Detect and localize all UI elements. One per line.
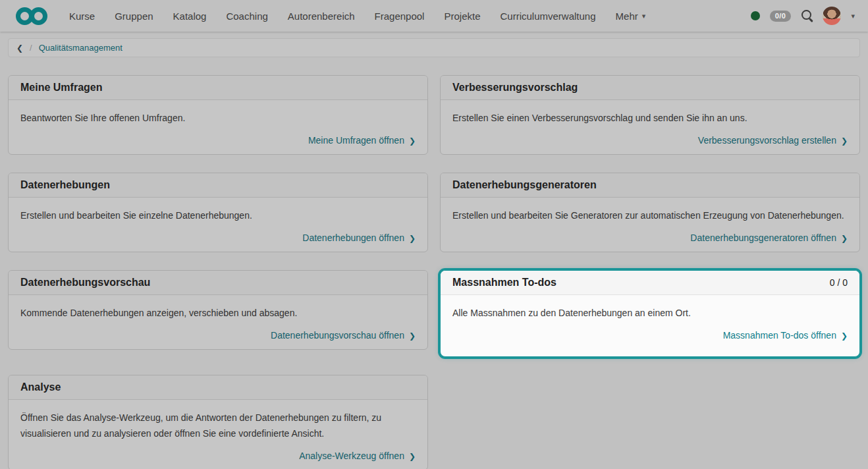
chevron-right-icon: ❯: [409, 234, 416, 242]
chevron-right-icon: ❯: [841, 332, 848, 340]
card-title: Massnahmen To-dos: [452, 277, 556, 289]
chevron-right-icon: ❯: [409, 453, 416, 460]
card-description: Erstellen und bearbeiten Sie einzelne Da…: [20, 207, 416, 223]
card-link-label: Massnahmen To-dos öffnen: [723, 330, 836, 341]
card-header: Datenerhebungen: [9, 173, 427, 198]
back-chevron-icon[interactable]: ❮: [16, 44, 23, 52]
card-title: Datenerhebungen: [20, 179, 110, 191]
card-meine-umfragen: Meine Umfragen Beantworten Sie Ihre offe…: [8, 75, 428, 155]
card-open-link-datenerhebungen[interactable]: Datenerhebungen öffnen ❯: [20, 233, 416, 243]
card-description: Öffnen Sie das Analyse-Werkzeug, um die …: [20, 410, 416, 441]
card-datenerhebungsvorschau: Datenerhebungsvorschau Kommende Datenerh…: [8, 270, 428, 350]
chevron-right-icon: ❯: [841, 137, 848, 145]
card-title: Datenerhebungsgeneratoren: [452, 179, 597, 191]
card-header: Analyse: [9, 375, 427, 400]
nav-item-autorenbereich[interactable]: Autorenbereich: [278, 11, 365, 22]
breadcrumb-separator: /: [30, 43, 32, 53]
card-datenerhebungsgeneratoren: Datenerhebungsgeneratoren Erstellen und …: [440, 173, 860, 252]
cards-grid: Meine Umfragen Beantworten Sie Ihre offe…: [0, 75, 868, 469]
card-title: Analyse: [20, 381, 61, 393]
card-description: Alle Massnahmen zu den Datenerhebungen a…: [452, 305, 848, 321]
card-body: Erstellen und bearbeiten Sie Generatoren…: [441, 198, 859, 252]
search-icon[interactable]: [801, 10, 813, 22]
user-avatar[interactable]: [823, 7, 841, 25]
user-menu-caret-down-icon[interactable]: ▾: [851, 13, 855, 20]
card-header: Meine Umfragen: [9, 76, 427, 100]
card-title: Verbesserungsvorschlag: [452, 82, 578, 94]
notification-count-badge[interactable]: 0/0: [770, 11, 792, 22]
card-body: Erstellen und bearbeiten Sie einzelne Da…: [9, 198, 427, 252]
card-open-link-analyse[interactable]: Analyse-Werkzeug öffnen ❯: [20, 451, 416, 461]
nav-right-cluster: 0/0 ▾: [751, 7, 855, 25]
card-body: Öffnen Sie das Analyse-Werkzeug, um die …: [9, 400, 427, 469]
card-link-label: Analyse-Werkzeug öffnen: [299, 451, 404, 461]
nav-item-mehr[interactable]: Mehr ▾: [606, 11, 656, 22]
card-open-link-massnahmen-to-dos[interactable]: Massnahmen To-dos öffnen ❯: [452, 330, 848, 341]
card-link-label: Datenerhebungsgeneratoren öffnen: [690, 233, 836, 243]
nav-item-projekte[interactable]: Projekte: [434, 11, 490, 22]
chevron-right-icon: ❯: [409, 137, 416, 145]
nav-item-fragenpool[interactable]: Fragenpool: [365, 11, 435, 22]
card-open-link-meine-umfragen[interactable]: Meine Umfragen öffnen ❯: [20, 135, 416, 146]
card-body: Alle Massnahmen zu den Datenerhebungen a…: [441, 295, 859, 356]
card-body: Erstellen Sie einen Verbesserungsvorschl…: [441, 100, 859, 154]
chevron-right-icon: ❯: [409, 332, 416, 340]
logo-right-loop: [30, 7, 47, 25]
card-body: Kommende Datenerhebungen anzeigen, versc…: [9, 295, 427, 349]
card-open-link-verbesserungsvorschlag[interactable]: Verbesserungsvorschlag erstellen ❯: [452, 135, 848, 146]
nav-item-kurse[interactable]: Kurse: [59, 11, 105, 22]
card-verbesserungsvorschlag: Verbesserungsvorschlag Erstellen Sie ein…: [440, 75, 860, 155]
nav-item-gruppen[interactable]: Gruppen: [105, 11, 163, 22]
card-link-label: Verbesserungsvorschlag erstellen: [698, 135, 836, 146]
card-link-label: Meine Umfragen öffnen: [308, 135, 404, 146]
card-body: Beantworten Sie Ihre offenen Umfragen. M…: [9, 100, 427, 154]
app-logo-infinity-icon[interactable]: [16, 7, 47, 25]
card-analyse: Analyse Öffnen Sie das Analyse-Werkzeug,…: [8, 375, 428, 469]
card-counter: 0 / 0: [830, 277, 848, 288]
card-header: Massnahmen To-dos 0 / 0: [441, 271, 859, 295]
card-header: Datenerhebungsvorschau: [9, 271, 427, 295]
top-navigation-bar: KurseGruppenKatalogCoachingAutorenbereic…: [0, 0, 868, 32]
card-link-label: Datenerhebungsvorschau öffnen: [271, 330, 404, 341]
card-header: Datenerhebungsgeneratoren: [441, 173, 859, 198]
nav-items: KurseGruppenKatalogCoachingAutorenbereic…: [59, 11, 606, 22]
nav-item-coaching[interactable]: Coaching: [216, 11, 277, 22]
card-description: Kommende Datenerhebungen anzeigen, versc…: [20, 305, 416, 321]
card-link-label: Datenerhebungen öffnen: [302, 233, 404, 243]
card-massnahmen-to-dos: Massnahmen To-dos 0 / 0 Alle Massnahmen …: [440, 270, 860, 357]
card-description: Erstellen und bearbeiten Sie Generatoren…: [452, 207, 848, 223]
online-status-dot: [751, 11, 760, 20]
card-open-link-datenerhebungsgeneratoren[interactable]: Datenerhebungsgeneratoren öffnen ❯: [452, 233, 848, 243]
card-open-link-datenerhebungsvorschau[interactable]: Datenerhebungsvorschau öffnen ❯: [20, 330, 416, 341]
breadcrumb-current-qualitaetsmanagement[interactable]: Qualitätsmanagement: [39, 43, 122, 53]
card-description: Erstellen Sie einen Verbesserungsvorschl…: [452, 110, 848, 126]
nav-item-curriculumverwaltung[interactable]: Curriculumverwaltung: [490, 11, 605, 22]
card-title: Meine Umfragen: [20, 82, 102, 94]
card-title: Datenerhebungsvorschau: [20, 277, 150, 289]
nav-more-label: Mehr: [616, 11, 638, 22]
card-header: Verbesserungsvorschlag: [441, 76, 859, 100]
caret-down-icon: ▾: [642, 13, 646, 20]
chevron-right-icon: ❯: [841, 234, 848, 242]
nav-item-katalog[interactable]: Katalog: [163, 11, 217, 22]
card-description: Beantworten Sie Ihre offenen Umfragen.: [20, 110, 416, 126]
card-datenerhebungen: Datenerhebungen Erstellen und bearbeiten…: [8, 173, 428, 252]
breadcrumb-bar: ❮ / Qualitätsmanagement: [8, 38, 860, 57]
